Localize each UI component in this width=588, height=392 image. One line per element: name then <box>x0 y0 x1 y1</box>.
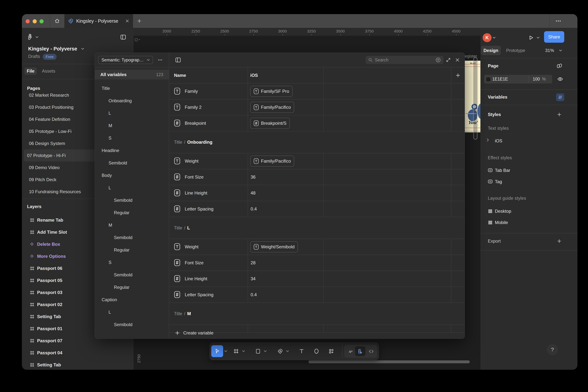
page-opacity-value[interactable]: 100 <box>533 75 540 84</box>
help-button[interactable]: ? <box>547 344 558 355</box>
present-button[interactable] <box>527 34 535 42</box>
tree-group-item[interactable]: Caption <box>95 294 169 306</box>
variable-row[interactable]: Font Size28 <box>169 255 465 271</box>
variable-row[interactable]: Font Size36 <box>169 169 465 185</box>
design-mode-button[interactable] <box>355 346 365 356</box>
tab-design[interactable]: Design <box>481 46 501 55</box>
layers-header[interactable]: Layers <box>27 202 41 211</box>
tree-group-item[interactable]: L <box>95 107 169 119</box>
tree-item-all-variables[interactable]: All variables 123 <box>95 70 169 80</box>
close-window-button[interactable] <box>25 19 30 24</box>
tree-group-item[interactable]: Onboarding <box>95 94 169 107</box>
variable-row[interactable]: Family 2Family/Pacifico <box>169 100 465 116</box>
layer-item[interactable]: Passport 04 <box>22 347 134 359</box>
page-swap-icon[interactable] <box>556 62 563 69</box>
tree-group-item[interactable]: Semibold <box>95 268 169 281</box>
variable-alias-chip[interactable]: Family/SF Pro <box>250 86 293 97</box>
style-item[interactable]: Mobile <box>480 218 578 227</box>
variable-value[interactable]: 48 <box>251 190 256 196</box>
pen-tool-button[interactable] <box>276 347 285 356</box>
filter-icon[interactable] <box>435 57 441 63</box>
frame-tool-button[interactable] <box>232 347 241 356</box>
tree-group-item[interactable]: Regular <box>95 281 169 294</box>
file-tab[interactable]: Kingsley - Polyverse <box>64 14 133 28</box>
color-swatch[interactable] <box>486 77 491 82</box>
tree-group-item[interactable]: S <box>95 256 169 268</box>
avatar[interactable]: K <box>483 33 492 42</box>
variable-value[interactable]: 36 <box>251 174 256 180</box>
style-item[interactable]: Tag <box>480 177 578 186</box>
variable-alias-chip[interactable]: Family/Pacifico <box>250 102 294 113</box>
tree-group-item[interactable]: M <box>95 119 169 132</box>
tree-group-item[interactable]: Semibold <box>95 318 169 331</box>
tree-group-item[interactable]: M <box>95 219 169 231</box>
window-menu-button[interactable] <box>554 17 563 25</box>
collection-dropdown[interactable]: Semantic: Typograp… <box>98 56 153 64</box>
new-tab-button[interactable] <box>135 17 143 25</box>
file-name[interactable]: Kingsley - Polyverse <box>28 45 77 53</box>
add-export-icon[interactable] <box>556 238 563 244</box>
actions-tool-button[interactable] <box>327 347 336 356</box>
variable-row[interactable]: Line Height48 <box>169 185 465 201</box>
style-item[interactable]: Desktop <box>480 207 578 216</box>
toggle-sidebar-icon[interactable] <box>119 33 127 41</box>
style-item[interactable]: Tab Bar <box>480 166 578 175</box>
tree-group-item[interactable]: Regular <box>95 206 169 219</box>
frame-tool-dropdown-icon[interactable] <box>242 350 245 352</box>
variable-value[interactable]: 34 <box>251 276 256 282</box>
share-button[interactable]: Share <box>544 31 564 43</box>
variable-row[interactable]: Letter Spacing0.4 <box>169 201 465 217</box>
file-name-chevron-icon[interactable] <box>81 47 84 50</box>
dev-mode-button[interactable] <box>367 347 376 356</box>
variable-row[interactable]: Line Height34 <box>169 271 465 287</box>
tree-group-item[interactable]: Regular <box>95 244 169 256</box>
create-variable-button[interactable]: Create variable <box>169 327 465 338</box>
add-style-icon[interactable] <box>556 111 563 118</box>
variable-value[interactable]: 0.4 <box>251 206 257 212</box>
draw-mode-button[interactable] <box>346 347 355 356</box>
shape-tool-button[interactable] <box>254 347 263 356</box>
zoom-level[interactable]: 31% <box>542 46 558 55</box>
variable-row[interactable]: WeightWeight/Semibold <box>169 239 465 255</box>
zoom-chevron-icon[interactable] <box>559 49 562 52</box>
account-chevron-icon[interactable] <box>493 36 496 39</box>
horizontal-scrollbar[interactable] <box>308 360 470 363</box>
tab-assets[interactable]: Assets <box>40 68 57 75</box>
variable-alias-chip[interactable]: Family/Pacifico <box>250 156 294 167</box>
design-frame-passport[interactable]: 9:41 You' <box>464 61 480 132</box>
toggle-tree-panel-icon[interactable] <box>174 56 182 64</box>
tree-group-item[interactable]: Body <box>95 169 169 182</box>
variable-row[interactable]: Letter Spacing0.4 <box>169 287 465 303</box>
layer-item[interactable]: Setting Tab <box>22 359 134 370</box>
comment-tool-button[interactable] <box>312 347 321 356</box>
variable-value[interactable]: 28 <box>251 260 256 266</box>
file-location[interactable]: Drafts <box>28 52 40 60</box>
expand-modal-icon[interactable] <box>444 56 452 64</box>
tree-group-item[interactable]: S <box>95 132 169 144</box>
variable-row[interactable]: BreakpointBreakpoint/S <box>169 116 465 132</box>
tree-group-item[interactable]: Semibold <box>95 194 169 206</box>
page-color-value[interactable]: 1E1E1E <box>492 75 508 84</box>
shape-tool-dropdown-icon[interactable] <box>264 350 267 352</box>
page-color-row[interactable]: 1E1E1E 100 % <box>484 75 552 84</box>
figma-menu-chevron-icon[interactable] <box>35 36 38 38</box>
present-chevron-icon[interactable] <box>537 36 540 39</box>
variable-row[interactable]: FamilyFamily/SF Pro <box>169 84 465 100</box>
text-tool-button[interactable] <box>297 347 306 356</box>
home-button[interactable] <box>50 14 64 28</box>
tree-group-item[interactable]: L <box>95 306 169 318</box>
tab-prototype[interactable]: Prototype <box>504 46 527 55</box>
variable-alias-chip[interactable]: Breakpoint/S <box>250 118 290 129</box>
add-mode-button[interactable] <box>455 73 461 78</box>
variables-toggle-button[interactable] <box>556 93 564 101</box>
style-item[interactable]: iOS <box>480 136 578 145</box>
close-tab-icon[interactable] <box>125 19 129 23</box>
collection-more-button[interactable] <box>156 56 164 64</box>
tab-file[interactable]: File <box>24 68 37 75</box>
zoom-window-button[interactable] <box>39 19 44 24</box>
pen-tool-dropdown-icon[interactable] <box>286 350 289 352</box>
variable-value[interactable]: 0.4 <box>251 292 257 297</box>
variable-alias-chip[interactable]: Weight/Semibold <box>250 241 298 252</box>
search-input[interactable]: Search <box>366 56 444 64</box>
close-modal-icon[interactable] <box>453 56 462 64</box>
